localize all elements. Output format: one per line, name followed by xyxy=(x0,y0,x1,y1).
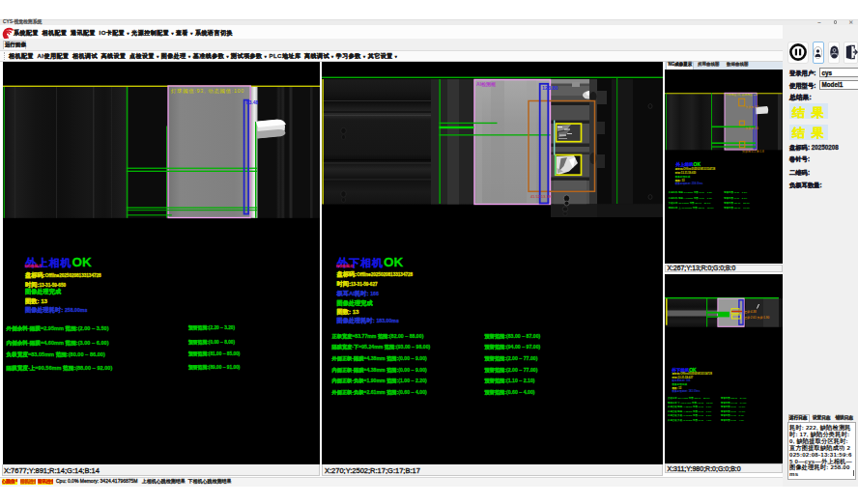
svg-text:灯珠阈值:93, 动态阈值:100: 灯珠阈值:93, 动态阈值:100 xyxy=(726,93,758,97)
svg-text:负极耳:4.2: 负极耳:4.2 xyxy=(745,105,758,109)
svg-text:AI检测框: AI检测框 xyxy=(476,80,496,87)
svg-text:83.48: 83.48 xyxy=(245,98,258,104)
svg-text:负极耳:4.1 宽:1.8: 负极耳:4.1 宽:1.8 xyxy=(742,150,764,154)
svg-text:正极:2.61 负极:1.90: 正极:2.61 负极:1.90 xyxy=(744,316,770,320)
svg-text:41.52 13.39: 41.52 13.39 xyxy=(530,193,552,198)
svg-text:灯珠阈值:93, 动态阈值:100: 灯珠阈值:93, 动态阈值:100 xyxy=(171,88,244,95)
svg-text:123.80: 123.80 xyxy=(542,84,558,90)
svg-text:正极:4.38: 正极:4.38 xyxy=(744,310,757,314)
svg-text:负极耳:3.6: 负极耳:3.6 xyxy=(745,126,758,130)
